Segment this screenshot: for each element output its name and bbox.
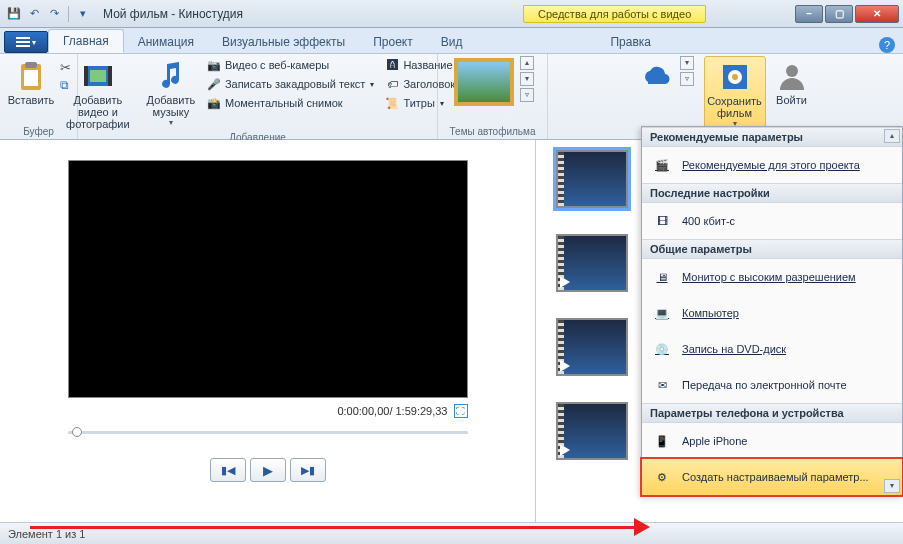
time-display: 0:00:00,00/ 1:59:29,33 ⛶	[68, 404, 468, 418]
filmstrip-icon	[82, 60, 114, 92]
music-note-icon	[155, 60, 187, 92]
maximize-button[interactable]: ▢	[825, 5, 853, 23]
fullscreen-icon[interactable]: ⛶	[454, 404, 468, 418]
dropdown-section-header: Параметры телефона и устройства	[642, 403, 902, 423]
add-music-button[interactable]: Добавить музыку ▾	[143, 56, 199, 129]
play-button[interactable]: ▶	[250, 458, 286, 482]
tab-animation[interactable]: Анимация	[124, 31, 208, 53]
tab-edit[interactable]: Правка	[596, 31, 665, 53]
microphone-icon: 🎤	[206, 76, 222, 92]
redo-icon[interactable]: ↷	[46, 6, 62, 22]
disc-icon: 💿	[650, 337, 674, 361]
minimize-button[interactable]: –	[795, 5, 823, 23]
snapshot-button[interactable]: 📸Моментальный снимок	[203, 94, 378, 112]
envelope-icon: ✉	[650, 373, 674, 397]
narration-button[interactable]: 🎤Записать закадровый текст▾	[203, 75, 378, 93]
svg-point-13	[786, 65, 798, 77]
clip-thumbnail[interactable]	[556, 150, 628, 208]
preview-pane: 0:00:00,00/ 1:59:29,33 ⛶ ▮◀ ▶ ▶▮	[0, 140, 536, 522]
playback-controls: ▮◀ ▶ ▶▮	[210, 458, 326, 482]
caption-icon: 🏷	[384, 76, 400, 92]
title-icon: 🅰	[384, 57, 400, 73]
tab-visual-effects[interactable]: Визуальные эффекты	[208, 31, 359, 53]
computer-icon: 💻	[650, 301, 674, 325]
close-button[interactable]: ✕	[855, 5, 899, 23]
monitor-icon: 🖥	[650, 265, 674, 289]
dd-item-computer[interactable]: 💻 Компьютер	[642, 295, 902, 331]
scroll-down-button[interactable]: ▾	[884, 479, 900, 493]
theme-scroll-up[interactable]: ▴	[520, 56, 534, 70]
svg-rect-8	[108, 66, 112, 86]
camera-icon: 📸	[206, 95, 222, 111]
svg-rect-5	[24, 70, 38, 86]
prev-frame-button[interactable]: ▮◀	[210, 458, 246, 482]
save-movie-button[interactable]: Сохранить фильм ▾	[704, 56, 766, 131]
undo-icon[interactable]: ↶	[26, 6, 42, 22]
dropdown-section-header: Общие параметры	[642, 239, 902, 259]
file-menu-button[interactable]: ▾	[4, 31, 48, 53]
clip-thumbnail[interactable]	[556, 318, 628, 376]
dd-item-create-custom[interactable]: ⚙ Создать настраиваемый параметр...	[642, 459, 902, 495]
annotation-arrow	[30, 524, 650, 530]
theme-thumbnail[interactable]	[454, 58, 514, 106]
webcam-icon: 📷	[206, 57, 222, 73]
title-bar: 💾 ↶ ↷ ▾ Мой фильм - Киностудия Средства …	[0, 0, 903, 28]
quick-access-toolbar: 💾 ↶ ↷ ▾	[0, 6, 97, 22]
sign-in-button[interactable]: Войти	[770, 56, 814, 108]
window-title: Мой фильм - Киностудия	[103, 7, 243, 21]
gear-icon: ⚙	[650, 465, 674, 489]
dropdown-section-header: Рекомендуемые параметры	[642, 127, 902, 147]
film-icon: 🎞	[650, 209, 674, 233]
dd-item-email[interactable]: ✉ Передача по электронной почте	[642, 367, 902, 403]
share-expand[interactable]: ▿	[680, 72, 694, 86]
cloud-icon	[640, 60, 672, 92]
chevron-down-icon[interactable]: ▾	[680, 56, 694, 70]
dd-item-recent[interactable]: 🎞 400 кбит-с	[642, 203, 902, 239]
help-button[interactable]: ?	[879, 37, 895, 53]
preview-video[interactable]	[68, 160, 468, 398]
chevron-down-icon: ▾	[169, 118, 173, 127]
group-add: Добавить видео и фотографии Добавить муз…	[78, 54, 438, 139]
webcam-button[interactable]: 📷Видео с веб-камеры	[203, 56, 378, 74]
svg-rect-1	[16, 41, 30, 43]
ribbon-tabs: ▾ Главная Анимация Визуальные эффекты Пр…	[0, 28, 903, 54]
svg-rect-9	[90, 70, 106, 82]
chevron-down-icon[interactable]: ▾	[75, 6, 91, 22]
credits-icon: 📜	[384, 95, 400, 111]
svg-point-12	[732, 74, 738, 80]
contextual-tab-label[interactable]: Средства для работы с видео	[523, 5, 706, 23]
user-icon	[776, 60, 808, 92]
share-cloud-button[interactable]	[638, 56, 674, 96]
phone-icon: 📱	[650, 429, 674, 453]
scroll-up-button[interactable]: ▴	[884, 129, 900, 143]
paste-button[interactable]: Вставить	[6, 56, 56, 108]
film-icon: 🎬	[650, 153, 674, 177]
save-icon[interactable]: 💾	[6, 6, 22, 22]
film-save-icon	[719, 61, 751, 93]
add-video-photo-button[interactable]: Добавить видео и фотографии	[57, 56, 139, 132]
dd-item-iphone[interactable]: 📱 Apple iPhone	[642, 423, 902, 459]
group-themes: ▴ ▾ ▿ Темы автофильма	[438, 54, 548, 139]
next-frame-button[interactable]: ▶▮	[290, 458, 326, 482]
tab-project[interactable]: Проект	[359, 31, 427, 53]
dropdown-section-header: Последние настройки	[642, 183, 902, 203]
svg-rect-4	[25, 62, 37, 68]
theme-scroll-down[interactable]: ▾	[520, 72, 534, 86]
tab-view[interactable]: Вид	[427, 31, 477, 53]
svg-rect-2	[16, 45, 30, 47]
group-label: Темы автофильма	[444, 126, 541, 137]
clip-thumbnail[interactable]	[556, 234, 628, 292]
theme-expand[interactable]: ▿	[520, 88, 534, 102]
tab-home[interactable]: Главная	[48, 29, 124, 53]
clip-thumbnail[interactable]	[556, 402, 628, 460]
timeline-slider[interactable]	[68, 424, 468, 440]
save-movie-dropdown: ▴ Рекомендуемые параметры 🎬 Рекомендуемы…	[641, 126, 903, 496]
clipboard-icon	[15, 60, 47, 92]
window-controls: – ▢ ✕	[795, 5, 903, 23]
dd-item-recommended[interactable]: 🎬 Рекомендуемые для этого проекта	[642, 147, 902, 183]
svg-rect-7	[84, 66, 88, 86]
svg-rect-0	[16, 37, 30, 39]
dd-item-dvd[interactable]: 💿 Запись на DVD-диск	[642, 331, 902, 367]
dd-item-hd-monitor[interactable]: 🖥 Монитор с высоким разрешением	[642, 259, 902, 295]
